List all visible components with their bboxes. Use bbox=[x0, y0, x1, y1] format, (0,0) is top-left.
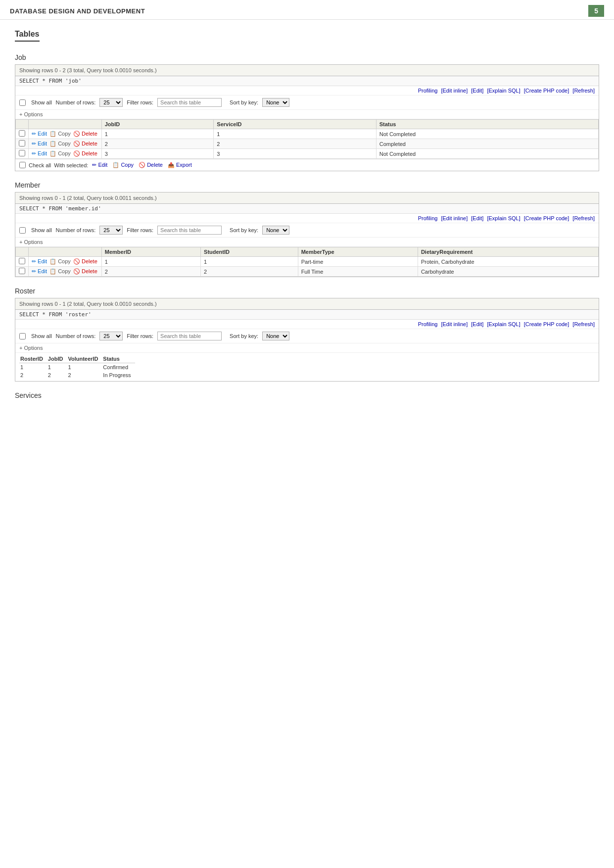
roster-filter-input[interactable] bbox=[157, 332, 222, 340]
member-sort-label: Sort by key: bbox=[230, 227, 258, 233]
status-cell: Completed bbox=[376, 139, 598, 149]
edit-link[interactable]: ✏ Edit bbox=[32, 258, 47, 264]
job-footer-copy[interactable]: 📋 Copy bbox=[112, 162, 134, 168]
edit-link[interactable]: ✏ Edit bbox=[32, 141, 47, 146]
roster-panel-header: Showing rows 0 - 1 (2 total, Query took … bbox=[15, 298, 599, 310]
job-explain-sql-link[interactable]: [Explain SQL] bbox=[487, 88, 520, 94]
job-section-title: Job bbox=[15, 53, 599, 61]
member-num-rows-select[interactable]: 25 50 100 bbox=[99, 226, 123, 235]
edit-link[interactable]: ✏ Edit bbox=[32, 268, 47, 274]
delete-link[interactable]: 🚫 Delete bbox=[73, 131, 97, 137]
roster-show-all-checkbox[interactable] bbox=[19, 333, 26, 339]
job-options-row[interactable]: + Options bbox=[15, 110, 599, 119]
job-filter-label: Filter rows: bbox=[127, 99, 153, 105]
edit-link[interactable]: ✏ Edit bbox=[32, 150, 47, 156]
roster-profiling-link[interactable]: Profiling bbox=[418, 321, 438, 327]
service-id-cell: 3 bbox=[214, 149, 376, 159]
member-edit-inline-link[interactable]: [Edit inline] bbox=[441, 215, 468, 221]
member-data-table: MemberID StudentID MemberType DietaryReq… bbox=[15, 247, 599, 277]
member-refresh-link[interactable]: [Refresh] bbox=[572, 215, 595, 221]
job-check-all-checkbox[interactable] bbox=[19, 162, 26, 168]
job-num-rows-select[interactable]: 25 50 100 bbox=[99, 98, 123, 107]
row-checkbox-cell bbox=[16, 267, 29, 277]
member-create-php-link[interactable]: [Create PHP code] bbox=[524, 215, 569, 221]
roster-num-rows-select[interactable]: 25 50 100 bbox=[99, 332, 123, 340]
delete-link[interactable]: 🚫 Delete bbox=[73, 150, 97, 156]
copy-link[interactable]: 📋 Copy bbox=[49, 258, 71, 264]
member-num-rows-label: Number of rows: bbox=[56, 227, 96, 233]
table-row: ✏ Edit 📋 Copy 🚫 Delete 1 1 Part-time Pro… bbox=[16, 257, 599, 267]
copy-link[interactable]: 📋 Copy bbox=[49, 150, 71, 156]
page-number: 5 bbox=[588, 5, 604, 17]
roster-sort-select[interactable]: None bbox=[262, 332, 289, 340]
member-type-cell: Part-time bbox=[298, 257, 418, 267]
status-cell: Not Completed bbox=[376, 129, 598, 139]
job-edit-link[interactable]: [Edit] bbox=[471, 88, 483, 94]
roster-explain-sql-link[interactable]: [Explain SQL] bbox=[487, 321, 520, 327]
roster-num-rows-label: Number of rows: bbox=[56, 333, 96, 339]
job-show-all-checkbox[interactable] bbox=[19, 99, 26, 106]
job-profiling-link[interactable]: Profiling bbox=[418, 88, 438, 94]
edit-link[interactable]: ✏ Edit bbox=[32, 131, 47, 137]
job-edit-inline-link[interactable]: [Edit inline] bbox=[441, 88, 468, 94]
member-profiling-row: Profiling [Edit inline] [Edit] [Explain … bbox=[15, 214, 599, 223]
job-footer-edit[interactable]: ✏ Edit bbox=[92, 162, 107, 168]
job-filter-input[interactable] bbox=[157, 98, 222, 107]
job-footer-export[interactable]: 📤 Export bbox=[168, 162, 192, 168]
copy-link[interactable]: 📋 Copy bbox=[49, 141, 71, 146]
job-sql-row: SELECT * FROM 'job' bbox=[15, 76, 599, 86]
roster-sql-row: SELECT * FROM 'roster' bbox=[15, 310, 599, 320]
roster-profiling-row: Profiling [Edit inline] [Edit] [Explain … bbox=[15, 320, 599, 329]
roster-refresh-link[interactable]: [Refresh] bbox=[572, 321, 595, 327]
job-id-cell: 3 bbox=[101, 149, 214, 159]
row-actions-cell: ✏ Edit 📋 Copy 🚫 Delete bbox=[29, 267, 102, 277]
services-section-title: Services bbox=[15, 391, 599, 399]
delete-link[interactable]: 🚫 Delete bbox=[73, 141, 97, 146]
row-checkbox[interactable] bbox=[19, 140, 25, 146]
member-table-header-row: MemberID StudentID MemberType DietaryReq… bbox=[16, 247, 599, 257]
row-actions-cell: ✏ Edit 📋 Copy 🚫 Delete bbox=[29, 139, 102, 149]
row-checkbox[interactable] bbox=[19, 130, 25, 137]
copy-link[interactable]: 📋 Copy bbox=[49, 268, 71, 274]
job-num-rows-label: Number of rows: bbox=[56, 99, 96, 105]
job-create-php-link[interactable]: [Create PHP code] bbox=[524, 88, 569, 94]
job-footer-delete[interactable]: 🚫 Delete bbox=[139, 162, 163, 168]
roster-filter-label: Filter rows: bbox=[127, 333, 153, 339]
job-data-table: JobID ServiceID Status ✏ Edit 📋 Copy 🚫 D… bbox=[15, 119, 599, 159]
job-profiling-row: Profiling [Edit inline] [Edit] [Explain … bbox=[15, 86, 599, 96]
member-explain-sql-link[interactable]: [Explain SQL] bbox=[487, 215, 520, 221]
job-profiling-links: Profiling [Edit inline] [Edit] [Explain … bbox=[416, 88, 595, 94]
job-sort-label: Sort by key: bbox=[230, 99, 258, 105]
member-show-all-checkbox[interactable] bbox=[19, 227, 26, 234]
member-edit-link[interactable]: [Edit] bbox=[471, 215, 483, 221]
member-profiling-link[interactable]: Profiling bbox=[418, 215, 438, 221]
job-refresh-link[interactable]: [Refresh] bbox=[572, 88, 595, 94]
job-id-cell: 2 bbox=[101, 139, 214, 149]
member-controls-row: Show all Number of rows: 25 50 100 Filte… bbox=[15, 223, 599, 238]
row-checkbox[interactable] bbox=[19, 150, 25, 156]
row-checkbox[interactable] bbox=[19, 268, 25, 274]
roster-id-cell: 2 bbox=[19, 371, 47, 379]
member-filter-input[interactable] bbox=[157, 226, 222, 235]
member-options-row[interactable]: + Options bbox=[15, 238, 599, 247]
row-checkbox[interactable] bbox=[19, 258, 25, 264]
delete-link[interactable]: 🚫 Delete bbox=[73, 258, 97, 264]
roster-create-php-link[interactable]: [Create PHP code] bbox=[524, 321, 569, 327]
roster-options-row[interactable]: + Options bbox=[15, 343, 599, 353]
table-row: ✏ Edit 📋 Copy 🚫 Delete 2 2 Completed bbox=[16, 139, 599, 149]
roster-id-cell: 1 bbox=[19, 363, 47, 372]
member-id-cell: 2 bbox=[101, 267, 200, 277]
roster-profiling-links: Profiling [Edit inline] [Edit] [Explain … bbox=[416, 321, 595, 327]
job-sort-select[interactable]: None bbox=[262, 98, 289, 107]
roster-edit-link[interactable]: [Edit] bbox=[471, 321, 483, 327]
roster-edit-inline-link[interactable]: [Edit inline] bbox=[441, 321, 468, 327]
table-row: 1 1 1 Confirmed bbox=[19, 363, 135, 372]
row-checkbox-cell bbox=[16, 257, 29, 267]
delete-link[interactable]: 🚫 Delete bbox=[73, 268, 97, 274]
copy-link[interactable]: 📋 Copy bbox=[49, 131, 71, 137]
roster-table-panel: Showing rows 0 - 1 (2 total, Query took … bbox=[15, 298, 599, 382]
table-row: ✏ Edit 📋 Copy 🚫 Delete 1 1 Not Completed bbox=[16, 129, 599, 139]
job-id-cell: 1 bbox=[101, 129, 214, 139]
member-sort-select[interactable]: None bbox=[262, 226, 289, 235]
member-th-actions bbox=[29, 247, 102, 257]
